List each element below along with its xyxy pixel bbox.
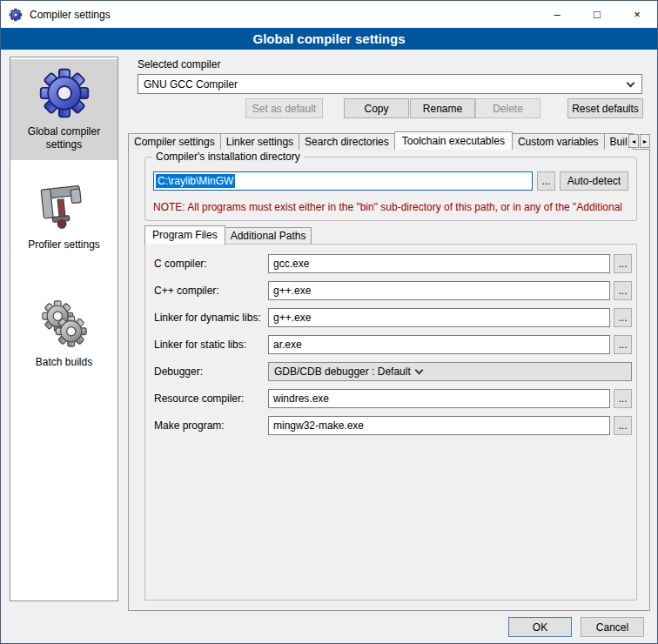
page-title: Global compiler settings xyxy=(1,28,657,50)
installation-directory-value: C:\raylib\MinGW xyxy=(156,174,235,188)
chevron-down-icon xyxy=(627,78,635,87)
browse-button[interactable]: ... xyxy=(614,308,632,327)
sidebar-item-batch-builds[interactable]: Batch builds xyxy=(10,290,118,378)
browse-button[interactable]: ... xyxy=(614,254,632,273)
clamp-icon xyxy=(37,179,91,233)
sidebar-item-label: Profiler settings xyxy=(28,238,100,252)
field-label: Debugger: xyxy=(154,366,268,378)
dialog-footer: OK Cancel xyxy=(508,617,644,637)
blue-gear-icon xyxy=(37,66,91,120)
field-row: C++ compiler: ... xyxy=(154,281,632,300)
settings-category-list: Global compiler settings Profiler settin… xyxy=(10,57,118,601)
settings-tab-bar: Compiler settings Linker settings Search… xyxy=(128,131,650,150)
cancel-button[interactable]: Cancel xyxy=(581,617,644,637)
cpp-compiler-input[interactable] xyxy=(268,281,610,300)
sidebar-item-label: Batch builds xyxy=(36,356,92,369)
close-button[interactable]: × xyxy=(617,1,657,28)
ok-button[interactable]: OK xyxy=(508,617,572,637)
field-label: Make program: xyxy=(154,419,268,432)
tab-compiler-settings[interactable]: Compiler settings xyxy=(128,133,221,150)
copy-button[interactable]: Copy xyxy=(344,98,409,118)
compiler-select[interactable]: GNU GCC Compiler xyxy=(138,74,642,94)
browse-button[interactable]: ... xyxy=(614,389,632,408)
group-title: Compiler's installation directory xyxy=(152,151,304,163)
delete-button[interactable]: Delete xyxy=(475,98,540,118)
resource-compiler-input[interactable] xyxy=(268,389,610,408)
tab-custom-variables[interactable]: Custom variables xyxy=(512,133,605,150)
auto-detect-button[interactable]: Auto-detect xyxy=(560,171,628,191)
tab-scroll-right-icon[interactable]: ► xyxy=(640,134,650,148)
installation-directory-input[interactable]: C:\raylib\MinGW xyxy=(153,171,533,191)
toolchain-executables-panel: Compiler's installation directory C:\ray… xyxy=(128,149,650,611)
compiler-settings-icon xyxy=(9,8,23,22)
reset-defaults-button[interactable]: Reset defaults xyxy=(567,98,643,118)
tab-linker-settings[interactable]: Linker settings xyxy=(220,133,299,150)
c-compiler-input[interactable] xyxy=(268,254,610,273)
chevron-down-icon xyxy=(414,366,423,375)
sidebar-item-label: Global compiler settings xyxy=(12,125,116,151)
field-label: Linker for static libs: xyxy=(154,339,268,351)
field-label: C++ compiler: xyxy=(154,285,268,297)
tab-additional-paths[interactable]: Additional Paths xyxy=(225,227,312,244)
set-as-default-button[interactable]: Set as default xyxy=(245,98,323,118)
browse-directory-button[interactable]: ... xyxy=(537,171,555,191)
browse-button[interactable]: ... xyxy=(614,416,632,435)
titlebar: Compiler settings – □ × xyxy=(1,1,657,28)
selected-compiler-label: Selected compiler xyxy=(138,58,220,70)
tab-toolchain-executables[interactable]: Toolchain executables xyxy=(394,131,513,150)
debugger-select[interactable]: GDB/CDB debugger : Default xyxy=(268,362,632,381)
tab-search-directories[interactable]: Search directories xyxy=(299,133,395,150)
field-row: C compiler: ... xyxy=(154,254,632,273)
maximize-button[interactable]: □ xyxy=(577,1,617,28)
sidebar-item-profiler-settings[interactable]: Profiler settings xyxy=(10,172,118,260)
program-files-panel: C compiler: ... C++ compiler: ... Linker… xyxy=(144,244,637,600)
sidebar-item-global-compiler-settings[interactable]: Global compiler settings xyxy=(10,59,118,160)
dynamic-libs-linker-input[interactable] xyxy=(268,308,610,327)
browse-button[interactable]: ... xyxy=(614,335,632,354)
field-label: Linker for dynamic libs: xyxy=(154,312,268,324)
field-row: Make program: ... xyxy=(154,416,632,435)
field-row: Linker for dynamic libs: ... xyxy=(154,308,632,327)
field-row: Debugger: GDB/CDB debugger : Default xyxy=(154,362,632,381)
window-title: Compiler settings xyxy=(30,9,111,21)
field-label: Resource compiler: xyxy=(154,392,268,405)
gray-gears-icon xyxy=(37,297,91,351)
rename-button[interactable]: Rename xyxy=(410,98,475,118)
field-label: C compiler: xyxy=(154,258,268,270)
tab-scroll-left-icon[interactable]: ◄ xyxy=(628,134,639,148)
minimize-button[interactable]: – xyxy=(537,1,577,28)
compiler-select-value: GNU GCC Compiler xyxy=(144,78,622,91)
bin-subdirectory-note: NOTE: All programs must exist either in … xyxy=(153,201,622,213)
static-libs-linker-input[interactable] xyxy=(268,335,610,354)
make-program-input[interactable] xyxy=(268,416,610,435)
compiler-settings-dialog: Compiler settings – □ × Global compiler … xyxy=(0,0,658,644)
tab-program-files[interactable]: Program Files xyxy=(144,225,225,245)
debugger-select-value: GDB/CDB debugger : Default xyxy=(274,366,411,378)
browse-button[interactable]: ... xyxy=(614,281,632,300)
field-row: Linker for static libs: ... xyxy=(154,335,632,354)
installation-directory-group: Compiler's installation directory C:\ray… xyxy=(144,157,637,221)
program-files-tab-bar: Program Files Additional Paths xyxy=(144,225,311,244)
field-row: Resource compiler: ... xyxy=(154,389,632,408)
